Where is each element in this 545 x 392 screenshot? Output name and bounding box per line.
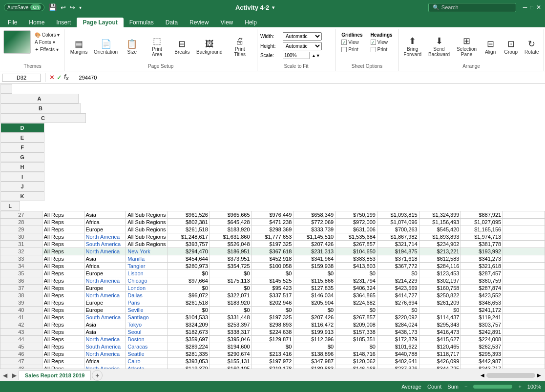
cell-37-f[interactable]: $95,423 <box>252 285 293 292</box>
cell-32-a[interactable]: All Reps <box>42 248 84 255</box>
table-row[interactable]: 37All RepsEuropeLondon$0$0$95,423$127,83… <box>0 285 545 292</box>
cell-32-d[interactable]: $294,470 <box>168 248 210 255</box>
search-box[interactable]: 🔍 Search <box>428 3 516 12</box>
cell-42-b[interactable]: Asia <box>84 321 126 329</box>
table-row[interactable]: 27All RepsAsiaAll Sub Regions$961,526$96… <box>0 211 545 219</box>
zoom-bar[interactable] <box>473 385 512 389</box>
table-row[interactable]: 31All RepsSouth AmericaAll Sub Regions$3… <box>0 241 545 248</box>
cell-36-k[interactable]: $360,759 <box>461 277 503 285</box>
cell-32-l[interactable] <box>503 248 545 255</box>
cell-29-b[interactable]: Europe <box>84 226 126 233</box>
cell-40-i[interactable]: $0 <box>377 307 419 314</box>
cell-27-k[interactable]: $887,921 <box>461 211 503 219</box>
cell-40-e[interactable]: $0 <box>210 307 252 314</box>
cell-35-k[interactable]: $287,457 <box>461 270 503 277</box>
cell-30-f[interactable]: $1,777,653 <box>252 233 293 241</box>
cell-46-f[interactable]: $213,416 <box>252 351 293 358</box>
cell-31-j[interactable]: $234,902 <box>419 241 461 248</box>
cell-31-b[interactable]: South America <box>84 241 126 248</box>
cell-32-e[interactable]: $186,951 <box>210 248 252 255</box>
selection-pane-button[interactable]: ⊞ SelectionPane <box>454 35 480 59</box>
cell-31-e[interactable]: $526,048 <box>210 241 252 248</box>
dropdown-icon[interactable]: ▾ <box>79 5 82 10</box>
cell-33-i[interactable]: $371,618 <box>377 255 419 263</box>
table-row[interactable]: 45All RepsSouth AmericaCaracas$289,224$1… <box>0 343 545 351</box>
cell-28-d[interactable]: $802,381 <box>168 219 210 226</box>
cell-28-l[interactable] <box>503 219 545 226</box>
cell-35-h[interactable]: $0 <box>335 270 377 277</box>
print-area-button[interactable]: ⬚ Print Area <box>144 35 170 59</box>
cell-36-e[interactable]: $175,113 <box>210 277 252 285</box>
cell-33-j[interactable]: $612,583 <box>419 255 461 263</box>
table-row[interactable]: 32All RepsNorth AmericaNew York$294,470$… <box>0 248 545 255</box>
cell-34-e[interactable]: $354,725 <box>210 263 252 270</box>
cell-38-e[interactable]: $322,071 <box>210 292 252 299</box>
cell-43-l[interactable] <box>503 329 545 336</box>
cell-33-e[interactable]: $373,951 <box>210 255 252 263</box>
cell-41-f[interactable]: $197,325 <box>252 314 293 321</box>
cell-31-k[interactable]: $381,778 <box>461 241 503 248</box>
cell-41-b[interactable]: South America <box>84 314 126 321</box>
cell-36-h[interactable]: $231,794 <box>335 277 377 285</box>
table-row[interactable]: 35All RepsEuropeLisbon$0$0$0$0$0$0$123,4… <box>0 270 545 277</box>
cell-42-k[interactable]: $303,757 <box>461 321 503 329</box>
cell-44-b[interactable]: North America <box>84 336 126 343</box>
cell-37-i[interactable]: $423,569 <box>377 285 419 292</box>
cell-31-l[interactable] <box>503 241 545 248</box>
cell-44-h[interactable]: $185,351 <box>335 336 377 343</box>
undo-icon[interactable]: ↩ <box>61 4 66 11</box>
cell-40-b[interactable]: Europe <box>84 307 126 314</box>
cell-39-d[interactable]: $261,518 <box>168 299 210 307</box>
cell-44-d[interactable]: $359,697 <box>168 336 210 343</box>
cell-39-c[interactable]: Paris <box>126 299 168 307</box>
cell-36-b[interactable]: North America <box>84 277 126 285</box>
tab-file[interactable]: File <box>2 18 23 27</box>
cell-44-k[interactable]: $224,008 <box>461 336 503 343</box>
cell-48-l[interactable] <box>503 365 545 369</box>
cell-27-b[interactable]: Asia <box>84 211 126 219</box>
cell-28-b[interactable]: Africa <box>84 219 126 226</box>
table-row[interactable]: 38All RepsNorth AmericaDallas$96,072$322… <box>0 292 545 299</box>
cell-29-h[interactable]: $631,006 <box>335 226 377 233</box>
rotate-button[interactable]: ↻ Rotate <box>522 38 542 57</box>
tab-formulas[interactable]: Formulas <box>124 18 160 27</box>
scale-input[interactable] <box>283 52 310 59</box>
cell-48-j[interactable]: $344,725 <box>419 365 461 369</box>
cell-38-i[interactable]: $414,727 <box>377 292 419 299</box>
col-header-e[interactable]: E <box>0 133 44 143</box>
cell-43-a[interactable]: All Reps <box>42 329 84 336</box>
cell-42-j[interactable]: $295,343 <box>419 321 461 329</box>
cell-45-k[interactable]: $262,537 <box>461 343 503 351</box>
cell-29-a[interactable]: All Reps <box>42 226 84 233</box>
cell-29-e[interactable]: $183,920 <box>210 226 252 233</box>
cell-45-i[interactable]: $101,622 <box>377 343 419 351</box>
cell-27-j[interactable]: $1,324,399 <box>419 211 461 219</box>
tab-help[interactable]: Help <box>239 18 263 27</box>
cell-44-a[interactable]: All Reps <box>42 336 84 343</box>
cell-29-g[interactable]: $333,739 <box>293 226 335 233</box>
cell-29-f[interactable]: $298,369 <box>252 226 293 233</box>
cell-33-f[interactable]: $452,918 <box>252 255 293 263</box>
cell-35-a[interactable]: All Reps <box>42 270 84 277</box>
tab-data[interactable]: Data <box>160 18 184 27</box>
tab-insert[interactable]: Insert <box>50 18 77 27</box>
sheet-tab-sales[interactable]: Sales Report 2018 2019 <box>19 371 91 380</box>
cell-42-e[interactable]: $253,397 <box>210 321 252 329</box>
cell-28-g[interactable]: $772,069 <box>293 219 335 226</box>
cell-48-i[interactable]: $237,376 <box>377 365 419 369</box>
zoom-out-icon[interactable]: − <box>464 384 467 390</box>
cell-37-h[interactable]: $406,324 <box>335 285 377 292</box>
cell-37-j[interactable]: $160,758 <box>419 285 461 292</box>
scroll-container[interactable]: A B C D E F G H I J K L 27All RepsAsiaAl… <box>0 84 545 369</box>
col-header-f[interactable]: F <box>0 143 44 152</box>
cell-47-f[interactable]: $197,972 <box>252 358 293 365</box>
cell-42-h[interactable]: $209,008 <box>335 321 377 329</box>
cell-27-d[interactable]: $961,526 <box>168 211 210 219</box>
themes-button[interactable] <box>3 30 31 54</box>
redo-icon[interactable]: ↪ <box>70 4 75 11</box>
col-header-l[interactable]: L <box>0 201 20 211</box>
scroll-right-icon[interactable]: ▶ <box>10 372 19 379</box>
cell-37-b[interactable]: Europe <box>84 285 126 292</box>
cell-28-j[interactable]: $1,156,493 <box>419 219 461 226</box>
cell-34-j[interactable]: $284,116 <box>419 263 461 270</box>
